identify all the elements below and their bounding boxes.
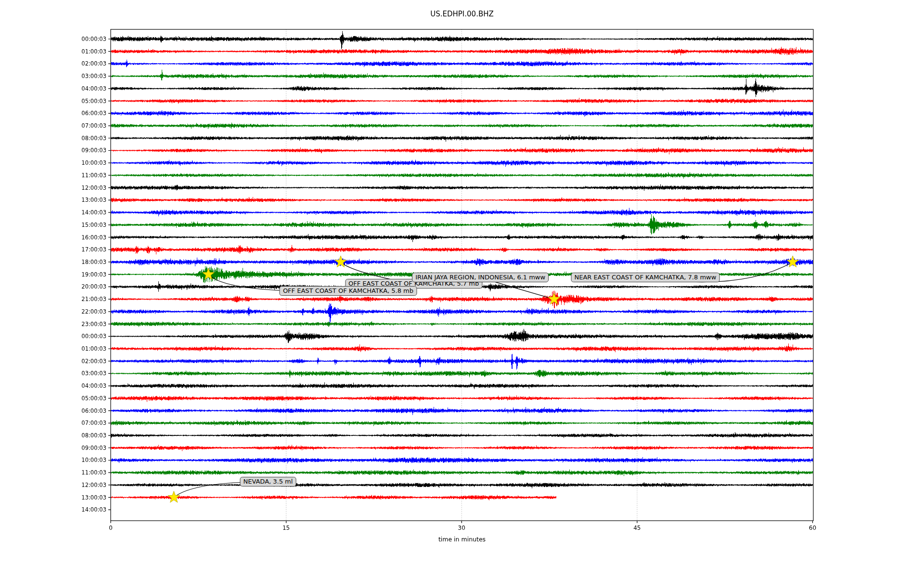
y-tick-label: 02:00:03 (0, 60, 106, 67)
y-tick-label: 02:00:03 (0, 358, 106, 365)
y-tick-label: 18:00:03 (0, 259, 106, 265)
event-label: IRIAN JAYA REGION, INDONESIA, 6.1 mww (412, 273, 549, 282)
seismogram-figure: US.EDHPI.00.BHZ time in minutes 00:00:03… (0, 0, 924, 578)
x-tick-label: 0 (96, 525, 125, 531)
y-tick-label: 12:00:03 (0, 184, 106, 191)
x-tick-label: 60 (798, 525, 827, 531)
y-tick-label: 19:00:03 (0, 271, 106, 278)
figure-title: US.EDHPI.00.BHZ (0, 10, 924, 18)
x-tick-label: 30 (447, 525, 476, 531)
x-tick-label: 15 (272, 525, 301, 531)
seismogram-canvas (0, 0, 924, 578)
y-tick-label: 08:00:03 (0, 432, 106, 439)
y-tick-label: 07:00:03 (0, 420, 106, 426)
y-tick-label: 00:00:03 (0, 333, 106, 340)
y-tick-label: 01:00:03 (0, 48, 106, 55)
y-tick-label: 11:00:03 (0, 469, 106, 476)
y-tick-label: 23:00:03 (0, 321, 106, 328)
y-tick-label: 14:00:03 (0, 209, 106, 216)
y-tick-label: 13:00:03 (0, 494, 106, 501)
y-tick-label: 16:00:03 (0, 234, 106, 241)
y-tick-label: 05:00:03 (0, 98, 106, 105)
event-label: NEAR EAST COAST OF KAMCHATKA, 7.8 mww (571, 273, 719, 282)
y-tick-label: 14:00:03 (0, 506, 106, 513)
y-tick-label: 03:00:03 (0, 370, 106, 377)
y-tick-label: 05:00:03 (0, 395, 106, 402)
y-tick-label: 22:00:03 (0, 308, 106, 315)
y-tick-label: 01:00:03 (0, 345, 106, 352)
y-tick-label: 06:00:03 (0, 110, 106, 117)
y-tick-label: 10:00:03 (0, 159, 106, 166)
y-tick-label: 13:00:03 (0, 197, 106, 203)
y-tick-label: 17:00:03 (0, 246, 106, 253)
y-tick-label: 00:00:03 (0, 36, 106, 42)
y-tick-label: 21:00:03 (0, 296, 106, 302)
y-tick-label: 03:00:03 (0, 73, 106, 79)
y-tick-label: 08:00:03 (0, 135, 106, 142)
y-tick-label: 09:00:03 (0, 445, 106, 451)
event-label: OFF EAST COAST OF KAMCHATKA, 5.8 mb (280, 286, 417, 296)
event-label: NEVADA, 3.5 ml (240, 477, 296, 486)
y-tick-label: 09:00:03 (0, 147, 106, 154)
y-tick-label: 20:00:03 (0, 283, 106, 290)
y-tick-label: 04:00:03 (0, 85, 106, 92)
y-tick-label: 10:00:03 (0, 457, 106, 463)
y-tick-label: 06:00:03 (0, 407, 106, 414)
y-tick-label: 04:00:03 (0, 382, 106, 389)
x-axis-label: time in minutes (390, 536, 534, 543)
y-tick-label: 12:00:03 (0, 482, 106, 488)
y-tick-label: 15:00:03 (0, 222, 106, 228)
y-tick-label: 11:00:03 (0, 172, 106, 179)
x-tick-label: 45 (623, 525, 652, 531)
y-tick-label: 07:00:03 (0, 122, 106, 129)
